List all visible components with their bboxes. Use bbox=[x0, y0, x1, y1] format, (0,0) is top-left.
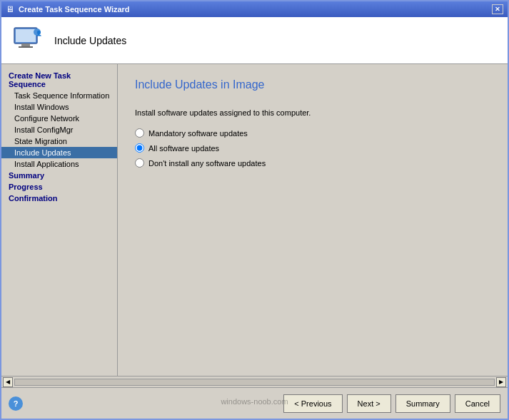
sidebar-item-confirmation[interactable]: Confirmation bbox=[1, 193, 117, 204]
wizard-window: 🖥 Create Task Sequence Wizard ✕ 👤 Includ… bbox=[0, 0, 509, 420]
scroll-track[interactable] bbox=[14, 379, 495, 386]
help-icon[interactable]: ? bbox=[9, 396, 23, 411]
option-mandatory-label: Mandatory software updates bbox=[148, 129, 248, 138]
sidebar-item-summary[interactable]: Summary bbox=[1, 170, 117, 181]
footer: ? < Previous Next > Summary Cancel bbox=[1, 387, 508, 419]
option-all[interactable]: All software updates bbox=[135, 143, 490, 153]
title-bar: 🖥 Create Task Sequence Wizard ✕ bbox=[1, 1, 508, 17]
option-mandatory[interactable]: Mandatory software updates bbox=[135, 128, 490, 138]
sidebar-item-install-configmgr[interactable]: Install ConfigMgr bbox=[1, 124, 117, 135]
svg-text:👤: 👤 bbox=[36, 30, 42, 36]
sidebar-item-create-new[interactable]: Create New Task Sequence bbox=[1, 70, 117, 90]
sidebar-item-include-updates[interactable]: Include Updates bbox=[1, 147, 117, 158]
main-panel: Include Updates in Image Install softwar… bbox=[118, 64, 508, 376]
sidebar: Create New Task Sequence Task Sequence I… bbox=[1, 64, 118, 376]
header-title: Include Updates bbox=[54, 35, 126, 46]
header-area: 👤 Include Updates bbox=[1, 17, 508, 64]
cancel-button[interactable]: Cancel bbox=[455, 394, 500, 413]
sidebar-item-progress[interactable]: Progress bbox=[1, 181, 117, 193]
close-button[interactable]: ✕ bbox=[492, 4, 503, 14]
svg-rect-1 bbox=[16, 29, 36, 42]
scroll-left-btn[interactable]: ◀ bbox=[3, 377, 13, 387]
radio-all[interactable] bbox=[135, 143, 144, 153]
page-title-part2: Image bbox=[233, 78, 264, 91]
scrollbar-area: ◀ ▶ bbox=[1, 376, 508, 387]
svg-rect-2 bbox=[21, 43, 30, 46]
option-all-label: All software updates bbox=[148, 144, 219, 153]
radio-mandatory[interactable] bbox=[135, 128, 144, 138]
description: Install software updates assigned to thi… bbox=[135, 108, 490, 117]
header-icon: 👤 bbox=[11, 24, 46, 58]
sidebar-item-state-migration[interactable]: State Migration bbox=[1, 135, 117, 147]
sidebar-item-configure-network[interactable]: Configure Network bbox=[1, 113, 117, 124]
radio-group: Mandatory software updates All software … bbox=[135, 128, 490, 168]
window-title: Create Task Sequence Wizard bbox=[19, 5, 130, 14]
option-none[interactable]: Don't install any software updates bbox=[135, 158, 490, 168]
next-button[interactable]: Next > bbox=[347, 394, 391, 413]
radio-none[interactable] bbox=[135, 158, 144, 168]
sidebar-item-install-applications[interactable]: Install Applications bbox=[1, 158, 117, 170]
scroll-right-btn[interactable]: ▶ bbox=[496, 377, 506, 387]
summary-button[interactable]: Summary bbox=[395, 394, 450, 413]
page-title: Include Updates in Image bbox=[135, 78, 490, 91]
svg-rect-3 bbox=[19, 46, 33, 48]
footer-buttons: < Previous Next > Summary Cancel bbox=[283, 394, 500, 413]
page-title-part1: Include Updates in bbox=[135, 78, 233, 91]
option-none-label: Don't install any software updates bbox=[148, 159, 266, 168]
sidebar-item-install-windows[interactable]: Install Windows bbox=[1, 101, 117, 113]
previous-button[interactable]: < Previous bbox=[283, 394, 342, 413]
content-area: Create New Task Sequence Task Sequence I… bbox=[1, 64, 508, 376]
window-icon: 🖥 bbox=[6, 4, 14, 14]
title-bar-left: 🖥 Create Task Sequence Wizard bbox=[6, 4, 130, 14]
sidebar-item-task-seq-info[interactable]: Task Sequence Information bbox=[1, 90, 117, 101]
